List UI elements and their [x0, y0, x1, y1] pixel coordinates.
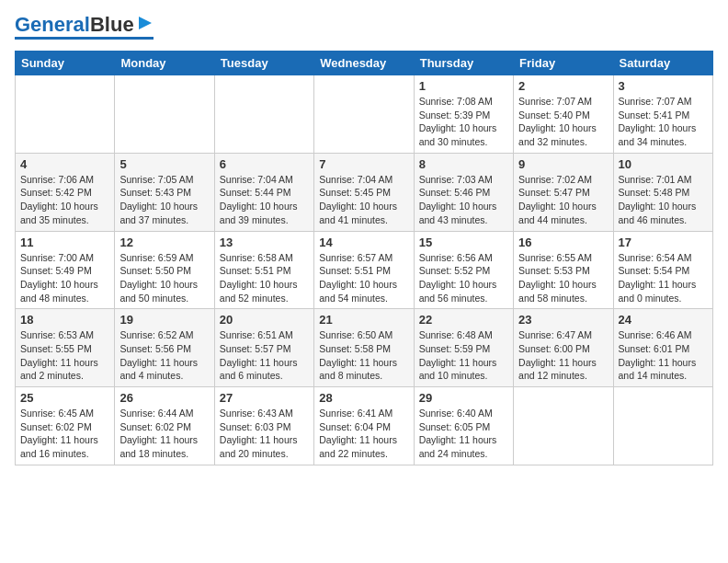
svg-marker-0	[139, 17, 152, 29]
day-number: 24	[619, 313, 708, 327]
day-info: Sunrise: 6:43 AM Sunset: 6:03 PM Dayligh…	[220, 407, 309, 461]
calendar-cell: 9Sunrise: 7:02 AM Sunset: 5:47 PM Daylig…	[514, 153, 613, 231]
calendar-table: SundayMondayTuesdayWednesdayThursdayFrid…	[15, 51, 713, 465]
calendar-cell: 23Sunrise: 6:47 AM Sunset: 6:00 PM Dayli…	[514, 309, 613, 387]
calendar-cell: 24Sunrise: 6:46 AM Sunset: 6:01 PM Dayli…	[613, 309, 712, 387]
calendar-cell: 5Sunrise: 7:05 AM Sunset: 5:43 PM Daylig…	[115, 153, 214, 231]
calendar-cell: 20Sunrise: 6:51 AM Sunset: 5:57 PM Dayli…	[214, 309, 313, 387]
day-number: 13	[220, 236, 309, 249]
day-info: Sunrise: 6:45 AM Sunset: 6:02 PM Dayligh…	[20, 407, 109, 461]
day-number: 3	[619, 79, 708, 93]
day-info: Sunrise: 6:59 AM Sunset: 5:50 PM Dayligh…	[119, 251, 209, 305]
day-info: Sunrise: 6:53 AM Sunset: 5:55 PM Dayligh…	[20, 328, 109, 383]
day-info: Sunrise: 6:57 AM Sunset: 5:51 PM Dayligh…	[319, 251, 408, 305]
day-info: Sunrise: 6:58 AM Sunset: 5:51 PM Dayligh…	[220, 251, 309, 305]
calendar-week-row: 4Sunrise: 7:06 AM Sunset: 5:42 PM Daylig…	[16, 153, 713, 231]
day-number: 4	[20, 157, 109, 171]
calendar-cell	[214, 75, 313, 154]
day-number: 8	[419, 157, 508, 171]
day-number: 19	[119, 313, 209, 327]
calendar-cell: 13Sunrise: 6:58 AM Sunset: 5:51 PM Dayli…	[214, 231, 313, 309]
calendar-cell: 3Sunrise: 7:07 AM Sunset: 5:41 PM Daylig…	[613, 75, 712, 154]
weekday-header: Sunday	[16, 52, 115, 75]
weekday-header: Friday	[514, 52, 613, 75]
day-number: 15	[419, 236, 508, 249]
calendar-cell: 27Sunrise: 6:43 AM Sunset: 6:03 PM Dayli…	[214, 387, 313, 465]
calendar-cell	[613, 387, 712, 465]
calendar-cell: 6Sunrise: 7:04 AM Sunset: 5:44 PM Daylig…	[214, 153, 313, 231]
weekday-header: Tuesday	[214, 52, 313, 75]
calendar-week-row: 18Sunrise: 6:53 AM Sunset: 5:55 PM Dayli…	[16, 309, 713, 387]
calendar-body: 1Sunrise: 7:08 AM Sunset: 5:39 PM Daylig…	[16, 75, 713, 465]
day-number: 29	[419, 391, 508, 405]
weekday-header: Monday	[115, 52, 214, 75]
day-number: 17	[619, 236, 708, 249]
calendar-cell: 7Sunrise: 7:04 AM Sunset: 5:45 PM Daylig…	[314, 153, 414, 231]
day-number: 25	[20, 391, 109, 405]
day-info: Sunrise: 7:00 AM Sunset: 5:49 PM Dayligh…	[20, 251, 109, 305]
day-info: Sunrise: 6:44 AM Sunset: 6:02 PM Dayligh…	[119, 407, 209, 461]
day-info: Sunrise: 6:55 AM Sunset: 5:53 PM Dayligh…	[518, 251, 608, 305]
calendar-cell: 11Sunrise: 7:00 AM Sunset: 5:49 PM Dayli…	[16, 231, 115, 309]
day-number: 28	[319, 391, 408, 405]
calendar-cell: 4Sunrise: 7:06 AM Sunset: 5:42 PM Daylig…	[16, 153, 115, 231]
calendar-week-row: 25Sunrise: 6:45 AM Sunset: 6:02 PM Dayli…	[16, 387, 713, 465]
day-number: 21	[319, 313, 408, 327]
day-number: 18	[20, 313, 109, 327]
day-number: 20	[220, 313, 309, 327]
day-info: Sunrise: 6:54 AM Sunset: 5:54 PM Dayligh…	[619, 251, 708, 305]
calendar-cell: 17Sunrise: 6:54 AM Sunset: 5:54 PM Dayli…	[613, 231, 712, 309]
day-number: 12	[119, 236, 209, 249]
day-info: Sunrise: 7:08 AM Sunset: 5:39 PM Dayligh…	[419, 95, 508, 149]
day-info: Sunrise: 6:47 AM Sunset: 6:00 PM Dayligh…	[518, 328, 608, 383]
calendar-cell: 28Sunrise: 6:41 AM Sunset: 6:04 PM Dayli…	[314, 387, 414, 465]
logo-text: GeneralBlue	[15, 15, 134, 35]
calendar-cell: 12Sunrise: 6:59 AM Sunset: 5:50 PM Dayli…	[115, 231, 214, 309]
calendar-cell: 18Sunrise: 6:53 AM Sunset: 5:55 PM Dayli…	[16, 309, 115, 387]
day-info: Sunrise: 6:50 AM Sunset: 5:58 PM Dayligh…	[319, 328, 408, 383]
weekday-row: SundayMondayTuesdayWednesdayThursdayFrid…	[16, 52, 713, 75]
day-info: Sunrise: 7:07 AM Sunset: 5:40 PM Dayligh…	[518, 95, 608, 149]
day-number: 10	[619, 157, 708, 171]
calendar-header: SundayMondayTuesdayWednesdayThursdayFrid…	[16, 52, 713, 75]
day-number: 9	[518, 157, 608, 171]
day-info: Sunrise: 6:48 AM Sunset: 5:59 PM Dayligh…	[419, 328, 508, 383]
calendar-cell: 10Sunrise: 7:01 AM Sunset: 5:48 PM Dayli…	[613, 153, 712, 231]
day-number: 2	[518, 79, 608, 93]
day-number: 16	[518, 236, 608, 249]
day-info: Sunrise: 7:02 AM Sunset: 5:47 PM Dayligh…	[518, 173, 608, 227]
logo-underline	[15, 37, 154, 40]
calendar-week-row: 1Sunrise: 7:08 AM Sunset: 5:39 PM Daylig…	[16, 75, 713, 154]
day-info: Sunrise: 7:07 AM Sunset: 5:41 PM Dayligh…	[619, 95, 708, 149]
day-info: Sunrise: 6:56 AM Sunset: 5:52 PM Dayligh…	[419, 251, 508, 305]
weekday-header: Saturday	[613, 52, 712, 75]
logo-arrow-icon	[137, 15, 154, 31]
day-number: 11	[20, 236, 109, 249]
day-info: Sunrise: 7:03 AM Sunset: 5:46 PM Dayligh…	[419, 173, 508, 227]
logo-blue-text: Blue	[90, 13, 134, 36]
day-info: Sunrise: 6:51 AM Sunset: 5:57 PM Dayligh…	[220, 328, 309, 383]
day-info: Sunrise: 6:52 AM Sunset: 5:56 PM Dayligh…	[119, 328, 209, 383]
day-number: 27	[220, 391, 309, 405]
logo-general: General	[15, 13, 90, 36]
day-info: Sunrise: 7:06 AM Sunset: 5:42 PM Dayligh…	[20, 173, 109, 227]
day-number: 22	[419, 313, 508, 327]
day-number: 6	[220, 157, 309, 171]
day-info: Sunrise: 7:04 AM Sunset: 5:44 PM Dayligh…	[220, 173, 309, 227]
weekday-header: Thursday	[414, 52, 513, 75]
day-number: 5	[119, 157, 209, 171]
day-number: 1	[419, 79, 508, 93]
calendar-cell: 8Sunrise: 7:03 AM Sunset: 5:46 PM Daylig…	[414, 153, 513, 231]
calendar-cell	[16, 75, 115, 154]
calendar-cell	[514, 387, 613, 465]
calendar-cell: 14Sunrise: 6:57 AM Sunset: 5:51 PM Dayli…	[314, 231, 414, 309]
calendar-cell: 2Sunrise: 7:07 AM Sunset: 5:40 PM Daylig…	[514, 75, 613, 154]
calendar-cell: 1Sunrise: 7:08 AM Sunset: 5:39 PM Daylig…	[414, 75, 513, 154]
day-number: 7	[319, 157, 408, 171]
day-info: Sunrise: 6:41 AM Sunset: 6:04 PM Dayligh…	[319, 407, 408, 461]
day-number: 26	[119, 391, 209, 405]
day-number: 14	[319, 236, 408, 249]
day-info: Sunrise: 6:46 AM Sunset: 6:01 PM Dayligh…	[619, 328, 708, 383]
day-number: 23	[518, 313, 608, 327]
calendar-cell: 21Sunrise: 6:50 AM Sunset: 5:58 PM Dayli…	[314, 309, 414, 387]
